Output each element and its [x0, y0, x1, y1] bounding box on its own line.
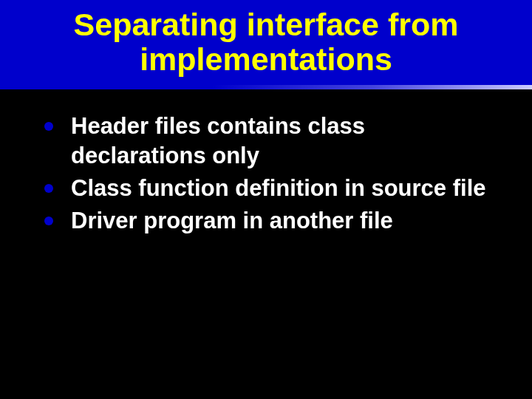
bullet-icon — [44, 122, 53, 131]
bullet-icon — [44, 184, 53, 193]
list-item: Header files contains class declarations… — [44, 112, 502, 171]
slide-content: Header files contains class declarations… — [0, 89, 532, 262]
title-band: Separating interface from implementation… — [0, 0, 532, 85]
bullet-text: Class function definition in source file — [71, 175, 486, 201]
list-item: Driver program in another file — [44, 206, 502, 236]
list-item: Class function definition in source file — [44, 174, 502, 203]
bullet-icon — [44, 216, 53, 225]
slide-title: Separating interface from implementation… — [15, 7, 517, 78]
slide: Separating interface from implementation… — [0, 0, 532, 399]
bullet-list: Header files contains class declarations… — [44, 112, 502, 236]
bullet-text: Driver program in another file — [71, 208, 393, 233]
bullet-text: Header files contains class declarations… — [71, 113, 365, 168]
